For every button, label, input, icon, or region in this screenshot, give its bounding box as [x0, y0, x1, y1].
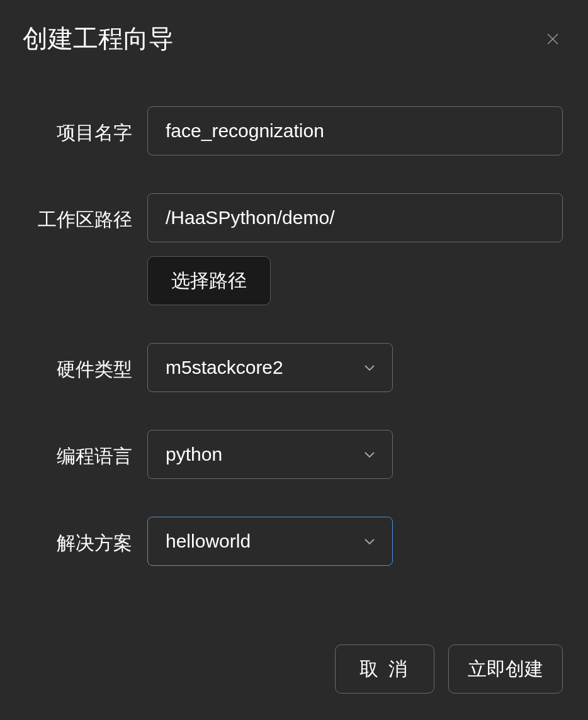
chevron-down-icon [362, 534, 377, 549]
create-label: 立即创建 [468, 656, 543, 682]
language-value: python [166, 444, 222, 465]
close-icon [545, 31, 560, 47]
create-button[interactable]: 立即创建 [448, 644, 563, 694]
chevron-down-icon [362, 360, 377, 375]
label-project-name: 项目名字 [25, 106, 147, 146]
cancel-button[interactable]: 取 消 [335, 644, 434, 694]
wizard-dialog: 创建工程向导 项目名字 工作区路径 选择路径 硬件类型 [0, 0, 588, 720]
row-language: 编程语言 python [25, 430, 563, 479]
close-button[interactable] [543, 29, 563, 49]
language-select[interactable]: python [147, 430, 393, 479]
row-hardware-type: 硬件类型 m5stackcore2 [25, 343, 563, 392]
solution-value: helloworld [166, 531, 251, 552]
hardware-type-value: m5stackcore2 [166, 357, 283, 378]
chevron-down-icon [362, 447, 377, 462]
dialog-header: 创建工程向导 [0, 0, 588, 56]
hardware-type-select[interactable]: m5stackcore2 [147, 343, 393, 392]
row-project-name: 项目名字 [25, 106, 563, 155]
label-workspace-path: 工作区路径 [25, 193, 147, 233]
label-language: 编程语言 [25, 430, 147, 470]
select-path-button[interactable]: 选择路径 [147, 256, 271, 305]
dialog-title: 创建工程向导 [23, 21, 174, 56]
dialog-footer: 取 消 立即创建 [0, 644, 588, 720]
workspace-path-input[interactable] [147, 193, 563, 242]
label-hardware-type: 硬件类型 [25, 343, 147, 383]
solution-select[interactable]: helloworld [147, 517, 393, 566]
dialog-body: 项目名字 工作区路径 选择路径 硬件类型 m5stackcore2 [0, 56, 588, 644]
label-solution: 解决方案 [25, 517, 147, 556]
cancel-label: 取 消 [359, 656, 410, 682]
project-name-input[interactable] [147, 106, 563, 155]
row-solution: 解决方案 helloworld [25, 517, 563, 566]
row-workspace-path: 工作区路径 选择路径 [25, 193, 563, 305]
select-path-label: 选择路径 [171, 268, 247, 294]
